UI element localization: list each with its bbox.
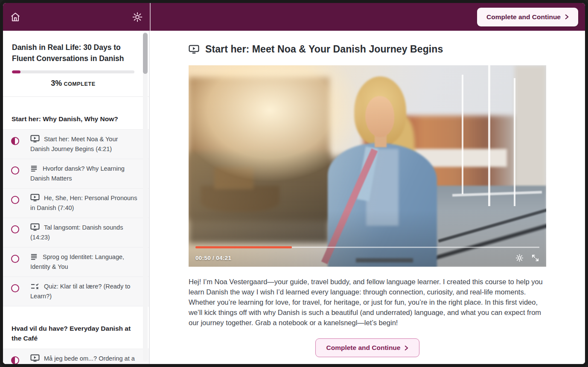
chevron-right-icon <box>565 14 569 20</box>
course-progress-bar <box>12 70 134 73</box>
video-controls-right <box>514 253 540 263</box>
lesson-header: Start her: Meet Noa & Your Danish Journe… <box>189 44 546 55</box>
fullscreen-expand-icon <box>531 253 540 262</box>
bottom-button-row: Complete and Continue <box>189 338 546 357</box>
lesson-label: Quiz: Klar til at lære? (Ready to Learn?… <box>30 282 138 301</box>
lesson-label: Hvorfor dansk? Why Learning Danish Matte… <box>30 164 138 184</box>
lesson-status-circle <box>11 255 19 263</box>
settings-button[interactable] <box>131 11 144 23</box>
lesson-label: He, She, Hen: Personal Pronouns in Danis… <box>30 193 138 213</box>
lesson-list: Start her: Meet Noa & Your Danish Journe… <box>3 129 149 306</box>
lesson-label: Må jeg bede om...? Ordering at a Danish … <box>30 354 138 364</box>
video-icon <box>30 354 40 362</box>
chevron-right-icon <box>405 345 408 351</box>
home-icon <box>10 12 21 23</box>
course-progress-label: 3%COMPLETE <box>12 79 134 88</box>
sidebar-sections: Start her: Why Danish, Why Now?Start her… <box>3 97 149 364</box>
video-icon <box>30 194 40 201</box>
lesson-item[interactable]: Quiz: Klar til at lære? (Ready to Learn?… <box>3 277 149 306</box>
quiz-icon <box>30 283 40 290</box>
lesson-status-circle <box>11 225 19 233</box>
video-settings-button[interactable] <box>514 253 524 263</box>
topbar-main-section: Complete and Continue <box>151 3 585 31</box>
text-lesson-icon <box>30 253 38 260</box>
video-lesson-icon <box>189 45 199 54</box>
section-title: Start her: Why Danish, Why Now? <box>3 97 149 129</box>
video-fullscreen-button[interactable] <box>530 253 540 263</box>
course-title: Danish in Real Life: 30 Days to Fluent C… <box>12 42 134 64</box>
lesson-status-circle <box>11 137 19 145</box>
video-icon <box>30 223 40 231</box>
lesson-title: Start her: Meet Noa & Your Danish Journe… <box>205 44 443 55</box>
lesson-item[interactable]: Sprog og Identitet: Language, Identity &… <box>3 248 149 277</box>
lesson-item[interactable]: Tal langsomt: Danish sounds (14:23) <box>3 218 149 248</box>
lesson-main: Start her: Meet Noa & Your Danish Journe… <box>150 31 585 364</box>
section-title: Hvad vil du have? Everyday Danish at the… <box>3 306 149 349</box>
sidebar-scrollbar-track[interactable] <box>143 32 148 361</box>
top-header-bar: Complete and Continue <box>3 3 585 31</box>
lesson-label: Sprog og Identitet: Language, Identity &… <box>30 252 138 272</box>
lesson-status-circle <box>11 356 19 364</box>
lesson-description: Hej! I’m Noa Vestergaard—your guide, tra… <box>189 277 546 328</box>
complete-continue-label: Complete and Continue <box>486 13 561 21</box>
lesson-status-circle <box>11 166 19 175</box>
content-row: Danish in Real Life: 30 Days to Fluent C… <box>3 31 585 364</box>
text-lesson-icon <box>30 165 38 172</box>
complete-continue-label: Complete and Continue <box>326 344 401 352</box>
lesson-item[interactable]: Start her: Meet Noa & Your Danish Journe… <box>3 130 149 159</box>
lesson-label: Tal langsomt: Danish sounds (14:23) <box>30 223 138 242</box>
lesson-item[interactable]: He, She, Hen: Personal Pronouns in Danis… <box>3 189 149 218</box>
video-scene-bottom-scrim <box>189 65 546 267</box>
video-player[interactable]: 00:50 / 04:21 <box>189 65 546 267</box>
progress-complete-text: COMPLETE <box>64 81 95 87</box>
lesson-item[interactable]: Hvorfor dansk? Why Learning Danish Matte… <box>3 159 149 189</box>
video-seekbar[interactable] <box>195 247 539 248</box>
course-header: Danish in Real Life: 30 Days to Fluent C… <box>3 31 149 97</box>
video-icon <box>30 135 40 143</box>
lesson-list: Må jeg bede om...? Ordering at a Danish … <box>3 349 149 364</box>
course-sidebar: Danish in Real Life: 30 Days to Fluent C… <box>3 31 150 364</box>
sidebar-scrollbar-thumb[interactable] <box>143 33 148 74</box>
complete-continue-button-top[interactable]: Complete and Continue <box>477 8 578 26</box>
lesson-label: Start her: Meet Noa & Your Danish Journe… <box>30 134 138 154</box>
lesson-status-circle <box>11 196 19 204</box>
progress-percent: 3% <box>51 79 62 87</box>
home-button[interactable] <box>9 11 22 23</box>
lesson-item[interactable]: Må jeg bede om...? Ordering at a Danish … <box>3 349 149 364</box>
video-time: 00:50 / 04:21 <box>195 255 231 261</box>
app-window: Complete and Continue Danish in Real Lif… <box>0 0 588 367</box>
topbar-sidebar-section <box>3 3 150 31</box>
gear-icon <box>515 253 524 262</box>
course-progress-fill <box>12 70 20 73</box>
lesson-status-circle <box>11 284 19 292</box>
gear-icon <box>132 12 143 23</box>
complete-continue-button-bottom[interactable]: Complete and Continue <box>315 338 420 357</box>
video-seekbar-fill <box>195 246 292 248</box>
